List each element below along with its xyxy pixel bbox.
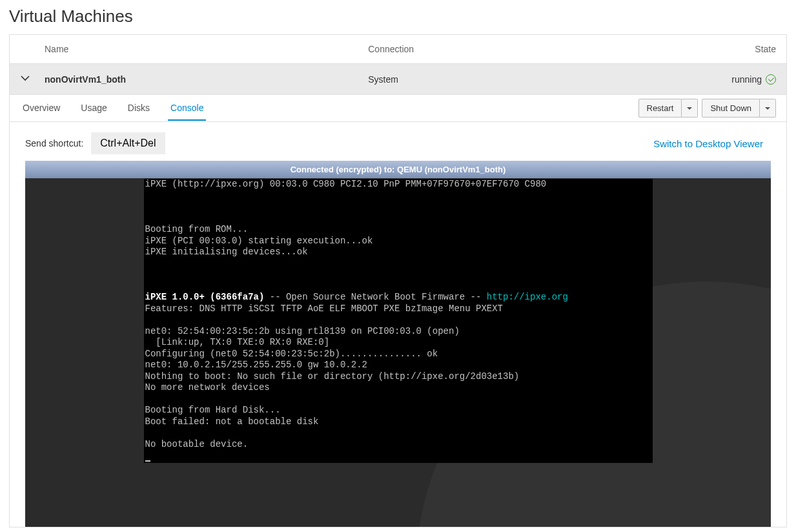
term-line-bold: iPXE 1.0.0+ (6366fa7a) — [145, 292, 265, 302]
restart-dropdown-button[interactable] — [682, 99, 698, 118]
send-shortcut-label: Send shortcut: — [25, 138, 83, 148]
terminal-cursor — [145, 460, 150, 462]
term-line-url: http://ipxe.org — [487, 292, 568, 302]
caret-down-icon — [765, 107, 770, 110]
shutdown-button[interactable]: Shut Down — [702, 99, 760, 118]
vnc-status-bar: Connected (encrypted) to: QEMU (nonOvirt… — [25, 161, 771, 178]
term-line: No more network devices — [145, 382, 270, 393]
console-toolbar: Send shortcut: Ctrl+Alt+Del Switch to De… — [25, 132, 771, 154]
term-line: iPXE initialising devices...ok — [145, 247, 308, 257]
term-line: Booting from ROM... — [145, 224, 249, 234]
switch-viewer-link[interactable]: Switch to Desktop Viewer — [653, 138, 763, 149]
terminal-output: iPXE (http://ipxe.org) 00:03.0 C980 PCI2… — [144, 179, 653, 463]
header-state: State — [671, 44, 776, 54]
tab-console[interactable]: Console — [168, 96, 206, 121]
term-line: [Link:up, TX:0 TXE:0 RX:0 RXE:0] — [145, 337, 330, 347]
vnc-console[interactable]: Connected (encrypted) to: QEMU (nonOvirt… — [25, 161, 771, 527]
header-name: Name — [36, 44, 368, 54]
shutdown-dropdown-button[interactable] — [760, 99, 776, 118]
vm-row[interactable]: nonOvirtVm1_both System running — [10, 63, 786, 95]
restart-button-group: Restart — [638, 99, 699, 118]
term-line: net0: 52:54:00:23:5c:2b using rtl8139 on… — [145, 326, 460, 336]
shutdown-button-group: Shut Down — [702, 99, 776, 118]
term-line: iPXE (PCI 00:03.0) starting execution...… — [145, 236, 373, 246]
chevron-down-icon[interactable] — [20, 73, 30, 83]
ctrl-alt-del-button[interactable]: Ctrl+Alt+Del — [91, 132, 165, 154]
vm-name: nonOvirtVm1_both — [36, 74, 368, 85]
term-line: iPXE (http://ipxe.org) 00:03.0 C980 PCI2… — [145, 179, 547, 189]
term-line: Boot failed: not a bootable disk — [145, 416, 319, 427]
tab-overview[interactable]: Overview — [20, 96, 63, 120]
vm-connection: System — [368, 74, 670, 85]
tab-usage[interactable]: Usage — [78, 96, 109, 120]
term-line: No bootable device. — [145, 439, 249, 449]
header-connection: Connection — [368, 44, 670, 54]
console-area: Send shortcut: Ctrl+Alt+Del Switch to De… — [10, 122, 786, 527]
vm-table-header: Name Connection State — [10, 35, 786, 63]
term-line: net0: 10.0.2.15/255.255.255.0 gw 10.0.2.… — [145, 360, 367, 370]
term-line: Features: DNS HTTP iSCSI TFTP AoE ELF MB… — [145, 303, 504, 314]
term-line: Configuring (net0 52:54:00:23:5c:2b)....… — [145, 349, 438, 359]
term-line: Nothing to boot: No such file or directo… — [145, 371, 520, 382]
caret-down-icon — [687, 107, 692, 110]
restart-button[interactable]: Restart — [638, 99, 682, 118]
tabs-bar: Overview Usage Disks Console Restart Shu… — [10, 95, 786, 122]
status-running-icon — [766, 74, 776, 85]
term-line: Booting from Hard Disk... — [145, 405, 281, 415]
term-line: -- Open Source Network Boot Firmware -- — [264, 292, 486, 302]
vm-state-label: running — [731, 74, 762, 85]
page-title: Virtual Machines — [9, 6, 787, 26]
vm-panel: Name Connection State nonOvirtVm1_both S… — [9, 34, 787, 527]
tab-disks[interactable]: Disks — [125, 96, 152, 120]
